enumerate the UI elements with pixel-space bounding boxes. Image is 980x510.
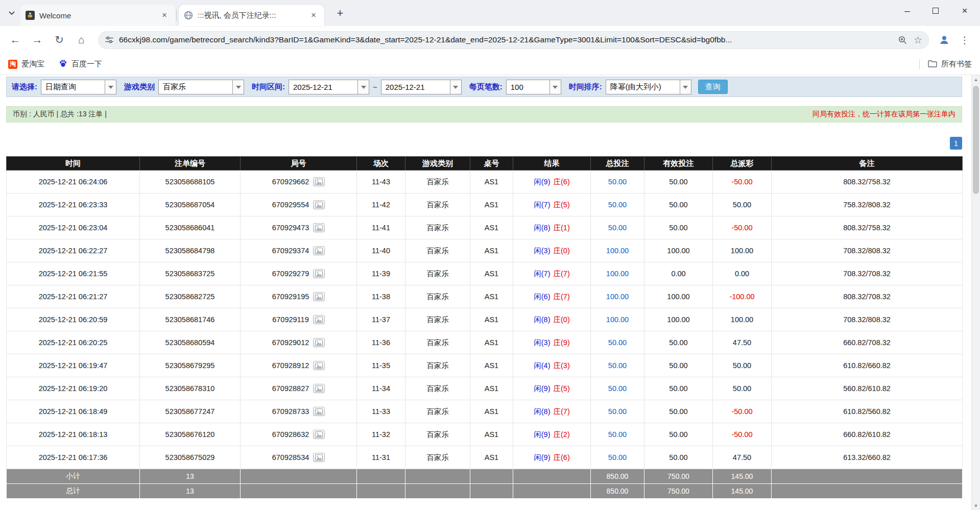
home-button[interactable]: ⌂ bbox=[71, 30, 91, 50]
round-image-icon[interactable] bbox=[313, 407, 325, 416]
dropdown-arrow-icon[interactable] bbox=[357, 80, 369, 94]
footer-empty-cell bbox=[357, 484, 405, 499]
cell-session: 11-31 bbox=[357, 446, 405, 469]
bookmark-baidu[interactable]: 百度一下 bbox=[59, 59, 102, 69]
query-type-select[interactable]: 日期查询 bbox=[41, 80, 116, 94]
all-bookmarks-button[interactable]: 所有书签 bbox=[928, 59, 972, 69]
minimize-button[interactable]: – bbox=[893, 0, 921, 21]
cell-round: 670929374 bbox=[241, 239, 357, 262]
round-image-icon[interactable] bbox=[313, 269, 325, 278]
new-tab-button[interactable]: + bbox=[333, 6, 347, 20]
reload-button[interactable]: ↻ bbox=[49, 30, 69, 50]
round-image-icon[interactable] bbox=[313, 246, 325, 255]
round-image-icon[interactable] bbox=[313, 361, 325, 370]
dropdown-arrow-icon[interactable] bbox=[549, 80, 561, 94]
sort-select[interactable]: 降幂(由大到小) bbox=[606, 80, 691, 94]
round-image-icon[interactable] bbox=[313, 384, 325, 393]
cell-note: 758.32/808.32 bbox=[772, 193, 963, 216]
cell-bet-id: 523058675029 bbox=[140, 446, 241, 469]
cell-note: 708.32/808.32 bbox=[772, 308, 963, 331]
cell-table: AS1 bbox=[470, 285, 513, 308]
vertical-scrollbar[interactable]: ▲ ▼ bbox=[971, 75, 980, 510]
cell-round: 670929554 bbox=[241, 193, 357, 216]
cell-note: 808.32/708.32 bbox=[772, 285, 963, 308]
date-start-value: 2025-12-21 bbox=[289, 80, 357, 94]
cell-session: 11-32 bbox=[357, 423, 405, 446]
bet-record-row: 2025-12-21 06:19:20523058678310670928827… bbox=[7, 377, 963, 400]
forward-button[interactable]: → bbox=[27, 30, 47, 50]
tab-bet-record[interactable]: :::视讯, 会员下注纪录::: × bbox=[179, 5, 324, 26]
round-image-icon[interactable] bbox=[313, 315, 325, 324]
cell-bet-id: 523058683725 bbox=[140, 262, 241, 285]
bookmark-aitaobao[interactable]: 淘 爱淘宝 bbox=[8, 59, 44, 69]
search-button[interactable]: 查询 bbox=[698, 80, 728, 94]
scroll-up-icon[interactable]: ▲ bbox=[972, 75, 980, 84]
round-image-icon[interactable] bbox=[313, 223, 325, 232]
tab-welcome[interactable]: Welcome × bbox=[20, 5, 175, 26]
cell-bet-id: 523058682725 bbox=[140, 285, 241, 308]
taobao-icon: 淘 bbox=[8, 60, 17, 69]
header-payout: 总派彩 bbox=[713, 157, 772, 171]
summary-bar: 币别 : 人民币 | 总共 :13 注单 | 同局有效投注，统一计算在该局第一张… bbox=[6, 106, 962, 123]
round-image-icon[interactable] bbox=[313, 338, 325, 347]
cell-valid-bet: 50.00 bbox=[644, 331, 713, 354]
dropdown-arrow-icon[interactable] bbox=[232, 80, 244, 94]
game-type-select[interactable]: 百家乐 bbox=[158, 80, 244, 94]
cell-note: 610.82/560.82 bbox=[772, 400, 963, 423]
profile-icon[interactable] bbox=[934, 30, 954, 50]
cell-total-bet: 50.00 bbox=[591, 193, 644, 216]
cell-note: 708.32/708.32 bbox=[772, 262, 963, 285]
dropdown-arrow-icon[interactable] bbox=[450, 80, 461, 94]
date-end-select[interactable]: 2025-12-21 bbox=[381, 80, 462, 94]
page-1-button[interactable]: 1 bbox=[950, 137, 962, 150]
cell-bet-id: 523058684798 bbox=[140, 239, 241, 262]
cell-round: 670929473 bbox=[241, 216, 357, 239]
cell-total-bet: 50.00 bbox=[591, 400, 644, 423]
scroll-down-icon[interactable]: ▼ bbox=[972, 501, 980, 510]
browser-menu-icon[interactable]: ⋮ bbox=[954, 30, 975, 50]
cell-bet-id: 523058679295 bbox=[140, 354, 241, 377]
tab-close-icon[interactable]: × bbox=[308, 10, 319, 21]
footer-empty-cell bbox=[470, 469, 513, 484]
bet-record-row: 2025-12-21 06:21:27523058682725670929195… bbox=[7, 285, 963, 308]
cell-session: 11-40 bbox=[357, 239, 405, 262]
header-bet-id: 注单编号 bbox=[140, 157, 241, 171]
round-image-icon[interactable] bbox=[313, 200, 325, 209]
cell-game: 百家乐 bbox=[405, 216, 470, 239]
zoom-icon[interactable] bbox=[898, 35, 907, 45]
footer-empty-cell bbox=[513, 484, 591, 499]
round-image-icon[interactable] bbox=[313, 292, 325, 301]
url-text[interactable]: 66cxkj98.com/game/betrecord_search/kind3… bbox=[119, 35, 892, 44]
cell-round: 670929662 bbox=[241, 171, 357, 193]
globe-icon bbox=[184, 11, 193, 20]
dropdown-arrow-icon[interactable] bbox=[680, 80, 691, 94]
date-start-select[interactable]: 2025-12-21 bbox=[289, 80, 369, 94]
round-image-icon[interactable] bbox=[313, 430, 325, 439]
cell-game: 百家乐 bbox=[405, 400, 470, 423]
cell-table: AS1 bbox=[470, 331, 513, 354]
cell-game: 百家乐 bbox=[405, 171, 470, 193]
back-button[interactable]: ← bbox=[5, 30, 26, 50]
cell-note: 610.82/660.82 bbox=[772, 354, 963, 377]
cell-note: 808.32/758.32 bbox=[772, 171, 963, 193]
cell-total-bet: 50.00 bbox=[591, 423, 644, 446]
page-size-select[interactable]: 100 bbox=[506, 80, 561, 94]
close-window-button[interactable]: × bbox=[949, 0, 980, 21]
cell-valid-bet: 50.00 bbox=[644, 171, 713, 193]
game-type-value: 百家乐 bbox=[159, 80, 232, 94]
footer-empty-cell bbox=[772, 469, 963, 484]
url-bar[interactable]: 66cxkj98.com/game/betrecord_search/kind3… bbox=[98, 31, 929, 49]
site-settings-icon[interactable] bbox=[105, 35, 114, 44]
bookmark-star-icon[interactable]: ☆ bbox=[914, 34, 922, 46]
maximize-button[interactable] bbox=[921, 0, 949, 21]
scrollbar-thumb[interactable] bbox=[973, 86, 979, 194]
dropdown-arrow-icon[interactable] bbox=[105, 80, 116, 94]
round-image-icon[interactable] bbox=[313, 177, 325, 186]
round-image-icon[interactable] bbox=[313, 453, 325, 462]
tab-close-icon[interactable]: × bbox=[159, 10, 170, 21]
cell-total-bet: 50.00 bbox=[591, 354, 644, 377]
cell-game: 百家乐 bbox=[405, 262, 470, 285]
cell-time: 2025-12-21 06:21:55 bbox=[7, 262, 140, 285]
tab-search-button[interactable] bbox=[5, 7, 18, 20]
bet-record-row: 2025-12-21 06:17:36523058675029670928534… bbox=[7, 446, 963, 469]
